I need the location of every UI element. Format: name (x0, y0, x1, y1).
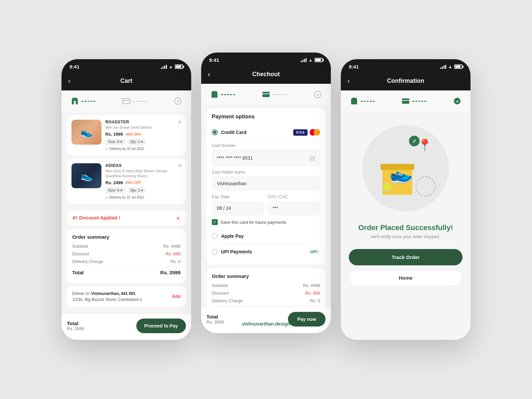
progress-bar-right (341, 90, 470, 112)
confirmation-title: Confirmation (387, 77, 424, 84)
checkout-content: Payment options Credit Card VISA (201, 105, 331, 326)
upi-radio[interactable] (212, 249, 218, 255)
payment-title: Payment options (212, 114, 320, 120)
adidas-qty[interactable]: Qty: 1 ▾ (128, 187, 146, 194)
screens-container: 9:41 ▲ ‹ Cart (62, 59, 470, 340)
adidas-delivery-text: Delivery by 22 Jul 2022 (109, 196, 144, 199)
card-holder-input[interactable]: Vishnuvarthan (212, 177, 320, 191)
home-button[interactable]: Home (349, 269, 463, 286)
exp-date-value: 08 / 24 (217, 205, 231, 211)
track-order-button[interactable]: Track Order (349, 249, 463, 265)
svg-rect-4 (262, 92, 270, 97)
checkout-delivery-row: Delivery Charge Rs. 0 (212, 298, 320, 303)
cart-order-summary: Order summary Subtotal Rs. 4498 Discount… (67, 229, 186, 283)
address-edit[interactable]: Edit (172, 294, 181, 299)
roadster-discount: 45% OFF (126, 132, 141, 136)
save-card-checkbox[interactable]: ✓ (212, 219, 218, 225)
discount-expand[interactable]: ∨ (176, 215, 180, 221)
adidas-image: 👟 (71, 163, 101, 188)
payment-options-card: Payment options Credit Card VISA (206, 108, 326, 265)
adidas-remove[interactable]: ✕ (178, 163, 182, 169)
back-button-right[interactable]: ‹ (347, 77, 350, 85)
card-holder-value: Vishnuvarthan (217, 181, 246, 186)
upi-label: UPI Payments (221, 249, 305, 254)
delivery-address: Deliver to: Vishnuvarthan, 641 001 1/23A… (67, 286, 186, 307)
cart-subtotal-value: Rs. 4498 (163, 244, 181, 249)
payment-step-icon-right (400, 96, 411, 106)
checkout-discount-row: Discount Rs. 899 (212, 291, 320, 296)
roadster-qty[interactable]: Qty: 1 ▾ (128, 139, 146, 145)
back-button-left[interactable]: ‹ (68, 77, 70, 85)
checkout-phone: 9:41 ▲ ‹ Chechout (201, 53, 331, 333)
roadster-price-row: Rs. 1999 45% OFF (105, 132, 181, 137)
adidas-brand: ADIDAS (105, 163, 181, 168)
status-icons-left: ▲ (161, 65, 183, 69)
save-card-label: Save this card for future payments. (220, 220, 288, 225)
roadster-info: ROADSTER Men tan Brown Solid Derbys Rs. … (105, 120, 181, 151)
progress-dots-r2 (411, 101, 452, 102)
roadster-image: 👟 (71, 120, 101, 145)
progress-dots-2 (132, 101, 173, 102)
roadster-delivery: ✓ Delivery by 20 Jul 2022 (105, 147, 181, 151)
cart-delivery-row: Delivery Charge Rs. 0 (72, 259, 181, 264)
credit-card-option[interactable]: Credit Card VISA (212, 124, 320, 141)
cart-total-row: Total Rs. 3599 (72, 267, 181, 275)
card-form: Card Number **** **** **** 6531 ▤ Card H… (212, 141, 320, 228)
delivery-check-2: ✓ (105, 196, 108, 199)
status-bar-right: 9:41 ▲ (341, 59, 470, 73)
svg-rect-1 (123, 98, 130, 104)
checkout-bottom-total: Total Rs. 3599 (206, 314, 224, 325)
time-center: 9:41 (209, 57, 219, 63)
save-card-row[interactable]: ✓ Save this card for future payments. (212, 219, 320, 225)
illustration-wrapper: 👟 📍 ✓ (372, 135, 439, 201)
credit-card-radio[interactable] (212, 129, 218, 135)
apple-pay-option[interactable]: Apple Pay (212, 228, 320, 244)
cart-phone: 9:41 ▲ ‹ Cart (62, 59, 191, 340)
proceed-to-pay-button[interactable]: Proceed to Pay (136, 319, 186, 333)
status-bar-left: 9:41 ▲ (62, 59, 191, 73)
confirmation-content: 👟 📍 ✓ Order Placed Successfully! we'll n… (341, 112, 470, 340)
discount-label: Discount Applied ! (79, 215, 120, 220)
card-type-icons: VISA (293, 129, 320, 136)
back-button-center[interactable]: ‹ (208, 70, 210, 79)
svg-point-9 (454, 98, 461, 104)
confirm-step-icon-left (173, 96, 183, 106)
cart-title: Cart (120, 77, 132, 84)
card-number-input[interactable]: **** **** **** 6531 ▤ (212, 150, 320, 166)
card-exp-cvv-row: Exp. Date 08 / 24 CVV / CVC *** (212, 195, 320, 219)
discount-banner[interactable]: 🏷 Discount Applied ! ∨ (67, 210, 186, 226)
roadster-size[interactable]: Size: 9 ▾ (105, 139, 125, 145)
adidas-desc: Men Grey & Navy Blue Woven Design Quickf… (105, 169, 181, 178)
checkout-delivery-label: Delivery Charge (212, 298, 243, 303)
roadster-brand: ROADSTER (105, 120, 181, 124)
signal-icon-right (440, 65, 446, 69)
svg-rect-7 (402, 98, 409, 104)
exp-date-group: Exp. Date 08 / 24 (212, 195, 264, 215)
cvv-input[interactable]: *** (268, 201, 320, 215)
adidas-size[interactable]: Size: 9 ▾ (105, 187, 125, 194)
delivery-check-1: ✓ (105, 147, 108, 151)
adidas-price: Rs. 2499 (105, 180, 123, 185)
signal-icon-center (301, 58, 307, 62)
upi-option[interactable]: UPI Payments UPI (212, 244, 320, 259)
battery-icon-right (454, 65, 463, 69)
card-number-value: **** **** **** 6531 (217, 155, 253, 161)
payment-step-icon-center (261, 89, 271, 100)
card-type-icon: ▤ (310, 154, 315, 162)
adidas-delivery: ✓ Delivery by 22 Jul 2022 (105, 196, 181, 199)
cart-summary-title: Order summary (72, 234, 181, 240)
roadster-remove[interactable]: ✕ (178, 119, 182, 125)
progress-bar-center (201, 84, 331, 105)
checkout-title: Chechout (252, 71, 280, 78)
time-left: 9:41 (69, 64, 79, 69)
signal-icon-left (161, 65, 167, 69)
cart-delivery-value: Rs. 0 (171, 259, 181, 264)
pay-now-button[interactable]: Pay now (288, 312, 326, 327)
cart-bottom-amount: Rs. 3599 (67, 326, 84, 331)
exp-date-input[interactable]: 08 / 24 (212, 201, 264, 215)
cart-total-value: Rs. 3599 (160, 270, 181, 275)
checkout-summary-title: Order summary (212, 273, 320, 279)
apple-pay-radio[interactable] (212, 233, 218, 239)
svg-point-0 (73, 99, 74, 100)
roadster-delivery-text: Delivery by 20 Jul 2022 (109, 147, 144, 151)
